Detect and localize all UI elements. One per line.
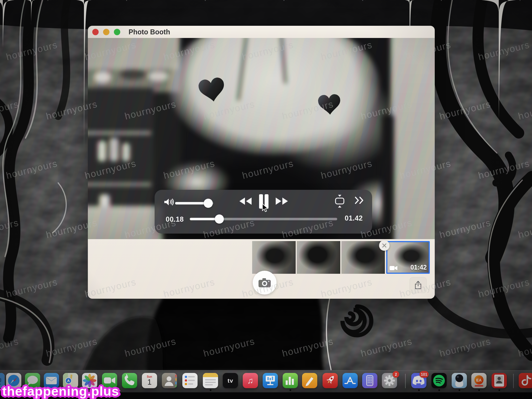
mouse-cursor bbox=[262, 203, 269, 213]
dock: Sun1tv♫2101EA bbox=[0, 370, 532, 392]
photo-booth-window: Photo Booth bbox=[88, 26, 435, 299]
video-camera-icon bbox=[390, 266, 397, 270]
minimize-button[interactable] bbox=[103, 29, 109, 35]
volume-slider-fill bbox=[175, 202, 208, 204]
calendar-day: 1 bbox=[147, 378, 152, 386]
progress-knob[interactable] bbox=[215, 214, 224, 224]
running-app-indicator bbox=[210, 389, 211, 391]
running-app-indicator bbox=[418, 389, 420, 391]
rewind-button[interactable] bbox=[239, 197, 252, 205]
dock-icon-spotify[interactable] bbox=[431, 373, 447, 388]
camera-icon bbox=[258, 278, 271, 288]
dock-icon-maps[interactable] bbox=[63, 373, 78, 388]
dock-icon-apple-tv[interactable]: tv bbox=[223, 373, 238, 388]
close-x-icon bbox=[382, 243, 387, 248]
notification-badge: 2 bbox=[393, 371, 399, 378]
close-button[interactable] bbox=[92, 29, 99, 35]
dock-icon-keynote[interactable] bbox=[263, 373, 278, 388]
apple-tv-logo-text: tv bbox=[227, 377, 233, 384]
volume-icon bbox=[164, 198, 175, 206]
dock-divider bbox=[513, 374, 514, 388]
dock-icon-settings[interactable]: 2 bbox=[382, 373, 397, 388]
window-title: Photo Booth bbox=[129, 28, 170, 36]
skip-chevrons-button[interactable] bbox=[355, 197, 364, 204]
calendar-weekday: Sun bbox=[147, 375, 152, 378]
video-duration-label: 01:42 bbox=[410, 264, 427, 271]
dock-icon-iphone-mirroring[interactable] bbox=[362, 373, 377, 388]
notification-badge: 101 bbox=[420, 371, 429, 378]
dock-icon-phone[interactable] bbox=[122, 373, 137, 388]
window-bottom-bar: 01:42 bbox=[88, 239, 435, 299]
dock-icon-messages[interactable] bbox=[25, 373, 40, 388]
svg-text:EA: EA bbox=[476, 378, 482, 382]
filmstrip-thumbnail-video-selected[interactable]: 01:42 bbox=[386, 241, 430, 274]
filmstrip-thumbnail[interactable] bbox=[252, 241, 296, 274]
dock-icon-notes[interactable] bbox=[203, 373, 218, 388]
delete-thumbnail-button[interactable] bbox=[379, 240, 390, 251]
dock-icon-contacts[interactable] bbox=[162, 373, 177, 388]
take-photo-button[interactable] bbox=[253, 271, 277, 295]
dock-icon-finder[interactable] bbox=[0, 373, 5, 388]
dock-icon-pages[interactable] bbox=[302, 373, 317, 388]
dock-icon-photos[interactable] bbox=[82, 373, 97, 388]
dock-icon-music[interactable]: ♫ bbox=[243, 373, 258, 388]
dock-icon-facetime[interactable] bbox=[102, 373, 117, 388]
elapsed-time: 00.18 bbox=[166, 215, 184, 223]
running-app-indicator bbox=[290, 389, 291, 391]
share-button[interactable] bbox=[410, 277, 427, 293]
dock-icon-discord[interactable]: 101 bbox=[411, 373, 426, 388]
running-app-indicator bbox=[498, 389, 500, 391]
dock-icon-numbers[interactable] bbox=[283, 373, 298, 388]
dock-icon-tiktok[interactable] bbox=[519, 373, 532, 388]
dock-divider bbox=[405, 374, 406, 388]
screen: { "window": { "title": "Photo Booth", "t… bbox=[0, 0, 532, 399]
dock-icon-rocket[interactable] bbox=[323, 373, 338, 388]
dock-icon-ea[interactable]: EA bbox=[471, 373, 487, 388]
dock-icon-hand-mirror[interactable] bbox=[452, 373, 467, 388]
filmstrip-thumbnail[interactable] bbox=[297, 241, 340, 274]
share-icon bbox=[415, 281, 422, 290]
dock-icon-mail[interactable] bbox=[44, 373, 59, 388]
total-time: 01.42 bbox=[345, 214, 363, 222]
zoom-button[interactable] bbox=[114, 29, 120, 35]
fast-forward-button[interactable] bbox=[275, 197, 288, 205]
filmstrip-thumbnail[interactable] bbox=[341, 241, 385, 274]
dock-icon-photo-frame[interactable] bbox=[492, 373, 507, 388]
dock-icon-calendar[interactable]: Sun1 bbox=[142, 373, 157, 388]
running-app-indicator bbox=[438, 389, 440, 391]
dock-icon-app-store[interactable] bbox=[342, 373, 358, 388]
dock-icon-safari[interactable] bbox=[6, 373, 21, 388]
running-app-indicator bbox=[478, 389, 480, 391]
music-note-icon: ♫ bbox=[247, 376, 254, 385]
volume-slider-knob[interactable] bbox=[204, 199, 213, 208]
desk-shadow bbox=[0, 392, 532, 399]
window-titlebar[interactable]: Photo Booth bbox=[88, 26, 435, 38]
dock-icon-reminders[interactable] bbox=[182, 373, 198, 388]
fit-to-window-button[interactable] bbox=[334, 194, 345, 208]
running-app-indicator bbox=[459, 389, 460, 391]
